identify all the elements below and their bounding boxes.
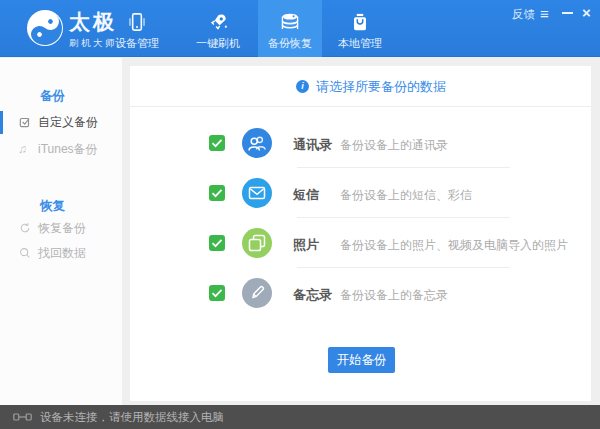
smartphone-icon (124, 9, 150, 35)
tab-device-management[interactable]: 设备管理 (105, 0, 169, 57)
item-title: 备忘录 (293, 286, 332, 304)
tab-label: 备份恢复 (258, 36, 322, 51)
sidebar-section-restore: 恢复 (40, 198, 65, 215)
app-window: 太极 刷机大师 设备管理 一键刷机 (0, 0, 600, 429)
start-backup-button[interactable]: 开始备份 (328, 347, 395, 373)
magnifier-icon (18, 246, 32, 260)
info-icon: i (296, 80, 309, 93)
sidebar-item-custom-backup[interactable]: 自定义备份 › (0, 110, 122, 135)
tab-backup-restore[interactable]: 备份恢复 (258, 0, 322, 57)
top-navigation-bar: 太极 刷机大师 设备管理 一键刷机 (0, 0, 600, 57)
photos-checkbox[interactable] (209, 235, 225, 251)
item-title: 通讯录 (293, 136, 332, 154)
item-description: 备份设备上的备忘录 (340, 287, 448, 304)
memo-pencil-icon (242, 278, 272, 308)
restore-arrow-icon (18, 221, 32, 235)
memo-checkbox[interactable] (209, 285, 225, 301)
sms-checkbox[interactable] (209, 185, 225, 201)
tab-local-management[interactable]: 本地管理 (328, 0, 392, 57)
backup-selection-panel: i 请选择所要备份的数据 通讯录 备份设备上的通讯录 (130, 66, 591, 401)
sidebar-item-restore-backup[interactable]: 恢复备份 (0, 216, 122, 241)
status-message: 设备未连接，请使用数据线接入电脑 (40, 405, 224, 429)
backup-item-contacts: 通讯录 备份设备上的通讯录 (130, 118, 591, 168)
taiji-logo-icon (27, 10, 63, 46)
close-icon[interactable]: × (582, 4, 591, 21)
backup-item-photos: 照片 备份设备上的照片、视频及电脑导入的照片 (130, 218, 591, 268)
photos-icon (242, 228, 272, 258)
chevron-right-icon: › (88, 110, 93, 135)
panel-header-text: 请选择所要备份的数据 (316, 66, 446, 107)
status-bar: 设备未连接，请使用数据线接入电脑 (0, 405, 600, 429)
database-icon (277, 9, 303, 35)
check-icon (209, 135, 225, 151)
bag-icon (347, 9, 373, 35)
item-description: 备份设备上的通讯录 (340, 137, 448, 154)
sidebar-item-label: iTunes备份 (38, 137, 98, 162)
sidebar-section-backup: 备份 (40, 88, 65, 105)
sms-icon (242, 178, 272, 208)
backup-item-sms: 短信 备份设备上的短信、彩信 (130, 168, 591, 218)
check-icon (209, 185, 225, 201)
item-description: 备份设备上的短信、彩信 (340, 187, 472, 204)
check-icon (209, 285, 225, 301)
music-note-icon: ♫ (18, 137, 27, 162)
feedback-link[interactable]: 反馈 (512, 7, 535, 22)
minimize-icon[interactable] (562, 12, 573, 14)
tab-label: 本地管理 (328, 36, 392, 51)
sidebar: 备份 自定义备份 › ♫ iTunes备份 恢复 恢复备份 (0, 58, 122, 405)
tab-label: 一键刷机 (186, 36, 250, 51)
check-icon (209, 235, 225, 251)
rocket-icon (205, 9, 231, 35)
contacts-icon (242, 128, 272, 158)
panel-header: i 请选择所要备份的数据 (130, 66, 591, 107)
usb-cable-icon (13, 412, 32, 422)
sidebar-item-recover-data[interactable]: 找回数据 (0, 241, 122, 266)
sidebar-item-label: 找回数据 (38, 241, 86, 266)
menu-icon[interactable]: ≡ (540, 5, 549, 22)
item-title: 短信 (293, 186, 319, 204)
tab-label: 设备管理 (105, 36, 169, 51)
checkbox-pen-icon (18, 115, 32, 129)
contacts-checkbox[interactable] (209, 135, 225, 151)
tab-one-key-flash[interactable]: 一键刷机 (186, 0, 250, 57)
sidebar-item-label: 恢复备份 (38, 216, 86, 241)
sidebar-item-itunes-backup[interactable]: ♫ iTunes备份 (0, 137, 122, 162)
backup-item-memo: 备忘录 备份设备上的备忘录 (130, 268, 591, 318)
item-title: 照片 (293, 236, 319, 254)
item-description: 备份设备上的照片、视频及电脑导入的照片 (340, 237, 568, 254)
